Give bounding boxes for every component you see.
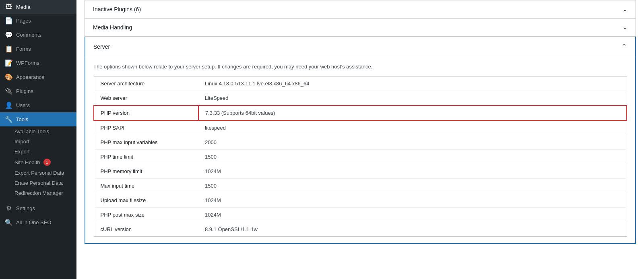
erase-personal-data-label: Erase Personal Data xyxy=(14,180,63,186)
tools-submenu: Available Tools Import Export Site Healt… xyxy=(0,126,76,198)
available-tools-label: Available Tools xyxy=(14,128,49,134)
server-row-label-php-memory-limit: PHP memory limit xyxy=(94,164,198,179)
submenu-export-personal-data[interactable]: Export Personal Data xyxy=(14,168,76,178)
server-row-value-curl-version: 8.9.1 OpenSSL/1.1.1w xyxy=(198,222,627,237)
sidebar-item-plugins[interactable]: 🔌 Plugins xyxy=(0,84,76,98)
server-row-upload-max-filesize: Upload max filesize1024M xyxy=(94,193,627,208)
server-row-label-php-time-limit: PHP time limit xyxy=(94,150,198,164)
accordion-media-handling[interactable]: Media Handling ⌄ xyxy=(85,19,636,37)
all-in-one-seo-icon: 🔍 xyxy=(5,219,13,226)
submenu-erase-personal-data[interactable]: Erase Personal Data xyxy=(14,178,76,188)
server-row-php-time-limit: PHP time limit1500 xyxy=(94,150,627,164)
sidebar: 🖼 Media 📄 Pages 💬 Comments 📋 Forms 📝 WPF… xyxy=(0,0,76,279)
server-row-label-server-architecture: Server architecture xyxy=(94,76,198,91)
media-handling-label: Media Handling xyxy=(93,24,132,31)
server-description: The options shown below relate to your s… xyxy=(93,64,627,70)
server-label: Server xyxy=(93,43,110,50)
export-personal-data-label: Export Personal Data xyxy=(14,170,64,176)
submenu-redirection-manager[interactable]: Redirection Manager xyxy=(14,188,76,198)
server-row-label-web-server: Web server xyxy=(94,91,198,106)
import-label: Import xyxy=(14,138,29,145)
inactive-plugins-label: Inactive Plugins (6) xyxy=(93,6,141,12)
server-chevron: ⌃ xyxy=(621,42,627,51)
plugins-icon: 🔌 xyxy=(5,87,13,95)
server-row-php-memory-limit: PHP memory limit1024M xyxy=(94,164,627,179)
server-row-curl-version: cURL version8.9.1 OpenSSL/1.1.1w xyxy=(94,222,627,237)
sidebar-item-tools[interactable]: 🔧 Tools xyxy=(0,112,76,126)
sidebar-item-forms-label: Forms xyxy=(16,46,31,52)
site-health-label: Site Health xyxy=(14,159,40,165)
server-row-value-server-architecture: Linux 4.18.0-513.11.1.lve.el8.x86_64 x86… xyxy=(198,76,627,91)
inactive-plugins-chevron: ⌄ xyxy=(623,6,627,12)
wpforms-icon: 📝 xyxy=(5,59,13,67)
server-row-value-max-input-time: 1500 xyxy=(198,179,627,193)
settings-icon: ⚙ xyxy=(5,205,13,212)
server-row-server-architecture: Server architectureLinux 4.18.0-513.11.1… xyxy=(94,76,627,91)
server-row-value-php-memory-limit: 1024M xyxy=(198,164,627,179)
server-row-value-php-max-input-variables: 2000 xyxy=(198,135,627,150)
accordion-server-body: The options shown below relate to your s… xyxy=(85,57,635,243)
accordion-server-header[interactable]: Server ⌃ xyxy=(85,37,635,57)
sidebar-item-comments[interactable]: 💬 Comments xyxy=(0,28,76,42)
server-row-web-server: Web serverLiteSpeed xyxy=(94,91,627,106)
sidebar-item-all-in-one-seo-label: All in One SEO xyxy=(16,219,51,225)
tools-icon: 🔧 xyxy=(5,116,13,123)
forms-icon: 📋 xyxy=(5,45,13,53)
sidebar-item-tools-label: Tools xyxy=(16,116,28,122)
server-row-label-php-max-input-variables: PHP max input variables xyxy=(94,135,198,150)
sidebar-item-all-in-one-seo[interactable]: 🔍 All in One SEO xyxy=(0,215,76,229)
export-label: Export xyxy=(14,149,30,155)
server-row-php-max-input-variables: PHP max input variables2000 xyxy=(94,135,627,150)
server-row-label-curl-version: cURL version xyxy=(94,222,198,237)
tools-active-arrow xyxy=(76,116,76,124)
sidebar-item-comments-label: Comments xyxy=(16,32,41,38)
sidebar-item-users[interactable]: 👤 Users xyxy=(0,98,76,112)
pages-icon: 📄 xyxy=(5,17,13,25)
server-row-label-php-version: PHP version xyxy=(94,105,198,120)
submenu-available-tools[interactable]: Available Tools xyxy=(14,126,76,136)
server-row-label-upload-max-filesize: Upload max filesize xyxy=(94,193,198,208)
media-icon: 🖼 xyxy=(5,3,13,10)
server-row-value-web-server: LiteSpeed xyxy=(198,91,627,106)
media-handling-chevron: ⌄ xyxy=(623,24,627,31)
server-row-label-max-input-time: Max input time xyxy=(94,179,198,193)
users-icon: 👤 xyxy=(5,101,13,109)
sidebar-item-pages[interactable]: 📄 Pages xyxy=(0,14,76,28)
submenu-site-health[interactable]: Site Health 1 xyxy=(14,157,76,168)
server-row-php-sapi: PHP SAPIlitespeed xyxy=(94,120,627,135)
submenu-import[interactable]: Import xyxy=(14,136,76,147)
redirection-manager-label: Redirection Manager xyxy=(14,190,63,196)
sidebar-item-settings[interactable]: ⚙ Settings xyxy=(0,201,76,215)
sidebar-item-settings-label: Settings xyxy=(16,205,35,211)
site-health-badge: 1 xyxy=(43,159,51,166)
main-content: Inactive Plugins (6) ⌄ Media Handling ⌄ … xyxy=(76,0,644,279)
server-row-value-upload-max-filesize: 1024M xyxy=(198,193,627,208)
server-info-table: Server architectureLinux 4.18.0-513.11.1… xyxy=(93,76,627,237)
sidebar-item-media-label: Media xyxy=(16,4,30,10)
server-row-max-input-time: Max input time1500 xyxy=(94,179,627,193)
accordion-server: Server ⌃ The options shown below relate … xyxy=(85,37,636,244)
sidebar-item-wpforms-label: WPForms xyxy=(16,60,39,66)
server-row-php-post-max-size: PHP post max size1024M xyxy=(94,208,627,222)
sidebar-item-appearance[interactable]: 🎨 Appearance xyxy=(0,70,76,84)
server-row-value-php-post-max-size: 1024M xyxy=(198,208,627,222)
sidebar-item-plugins-label: Plugins xyxy=(16,88,33,94)
sidebar-item-users-label: Users xyxy=(16,102,30,108)
sidebar-item-wpforms[interactable]: 📝 WPForms xyxy=(0,56,76,70)
server-row-value-php-time-limit: 1500 xyxy=(198,150,627,164)
accordion-inactive-plugins[interactable]: Inactive Plugins (6) ⌄ xyxy=(85,0,636,19)
submenu-export[interactable]: Export xyxy=(14,147,76,157)
server-row-php-version: PHP version7.3.33 (Supports 64bit values… xyxy=(94,105,627,120)
appearance-icon: 🎨 xyxy=(5,73,13,81)
sidebar-item-appearance-label: Appearance xyxy=(16,74,44,80)
comments-icon: 💬 xyxy=(5,31,13,39)
server-row-value-php-sapi: litespeed xyxy=(198,120,627,135)
server-row-label-php-post-max-size: PHP post max size xyxy=(94,208,198,222)
sidebar-item-media[interactable]: 🖼 Media xyxy=(0,0,76,14)
sidebar-item-forms[interactable]: 📋 Forms xyxy=(0,42,76,56)
server-row-value-php-version: 7.3.33 (Supports 64bit values) xyxy=(198,105,627,120)
server-row-label-php-sapi: PHP SAPI xyxy=(94,120,198,135)
sidebar-item-pages-label: Pages xyxy=(16,18,31,24)
content-area: Inactive Plugins (6) ⌄ Media Handling ⌄ … xyxy=(76,0,644,244)
